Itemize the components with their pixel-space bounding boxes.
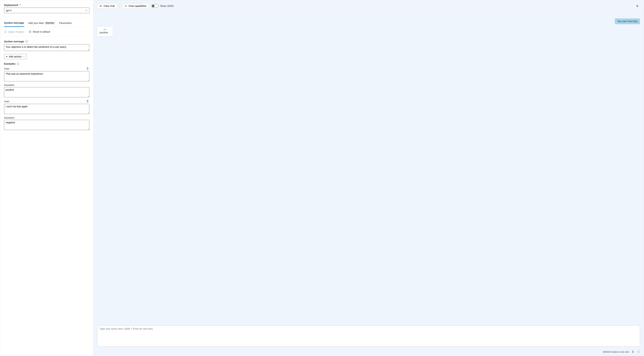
example-assistant-input[interactable]: [4, 87, 89, 97]
deployment-dropdown[interactable]: gpt-4: [4, 7, 89, 13]
broom-icon: [100, 5, 102, 7]
config-subtoolbar: Apply changes Reset to default: [4, 30, 89, 36]
tab-parameters[interactable]: Parameters: [59, 22, 72, 26]
microphone-button[interactable]: [632, 350, 634, 353]
reset-icon: [29, 30, 32, 33]
add-section-button[interactable]: + Add section: [4, 54, 27, 59]
send-button[interactable]: [637, 350, 640, 353]
chat-body: You can't miss this ••• positive: [94, 10, 644, 326]
svg-point-0: [126, 6, 126, 6]
user-message-bubble: You can't miss this: [615, 18, 640, 24]
user-message-row: You can't miss this: [97, 18, 640, 24]
show-json-label: Show JSON: [160, 4, 174, 7]
clear-chat-button[interactable]: Clear chat: [97, 3, 117, 8]
tab-system-message[interactable]: System message: [4, 21, 24, 27]
show-json-toggle[interactable]: [152, 4, 158, 8]
deployment-label: Deployment*: [4, 4, 89, 6]
chevron-down-icon: [23, 56, 25, 57]
system-message-section: System message i + Add section: [4, 40, 89, 59]
example-assistant-label: Assistant:: [4, 84, 15, 86]
chat-footer: 38/8192 tokens to be sent: [94, 349, 644, 356]
chat-input[interactable]: [97, 326, 640, 347]
deployment-value: gpt-4: [6, 9, 12, 12]
sync-icon: [4, 30, 7, 33]
delete-example-button[interactable]: [86, 100, 89, 103]
chat-capabilities-button[interactable]: Chat capabilities: [122, 3, 149, 8]
chat-right-pane: Clear chat Chat capabilities Show JSON: [94, 0, 644, 356]
speaker-icon: [636, 4, 639, 7]
apply-changes-button: Apply changes: [4, 30, 24, 33]
assistant-message-card: ••• positive: [97, 27, 113, 36]
speaker-button[interactable]: [636, 4, 639, 7]
example-user-input[interactable]: [4, 71, 89, 81]
token-status: 38/8192 tokens to be sent: [603, 351, 629, 353]
tab-add-your-data[interactable]: Add your data PREVIEW: [28, 22, 55, 26]
show-json-toggle-group: Show JSON: [152, 4, 174, 8]
system-message-label: System message i: [4, 40, 89, 43]
microphone-icon: [632, 350, 634, 353]
info-icon[interactable]: i: [17, 62, 19, 65]
examples-section: Examples i User: Assistant: User:: [4, 62, 89, 131]
divider: [4, 17, 89, 17]
info-icon[interactable]: i: [26, 40, 28, 43]
config-left-pane: Deployment* gpt-4 System message Add you…: [0, 0, 94, 356]
gear-icon: [124, 5, 127, 7]
message-menu-button[interactable]: •••: [97, 28, 113, 31]
example-user-label: User:: [4, 67, 10, 70]
required-indicator: *: [20, 4, 20, 6]
chat-toolbar: Clear chat Chat capabilities Show JSON: [94, 0, 644, 10]
trash-icon: [86, 100, 89, 103]
system-message-input[interactable]: [4, 44, 89, 51]
trash-icon: [86, 67, 89, 70]
reset-to-default-button[interactable]: Reset to default: [29, 30, 50, 33]
examples-label: Examples i: [4, 62, 89, 65]
example-user-label: User:: [4, 100, 10, 103]
example-assistant-label: Assistant:: [4, 116, 15, 119]
svg-rect-1: [632, 351, 633, 352]
send-icon: [637, 350, 640, 353]
example-user-input[interactable]: [4, 104, 89, 114]
toolbar-divider: [120, 4, 120, 8]
delete-example-button[interactable]: [86, 67, 89, 70]
example-assistant-input[interactable]: [4, 120, 89, 130]
chat-input-area: [94, 326, 644, 349]
chevron-down-icon: [85, 9, 88, 11]
preview-badge: PREVIEW: [45, 22, 55, 24]
plus-icon: +: [6, 55, 8, 58]
config-tabs: System message Add your data PREVIEW Par…: [4, 21, 89, 27]
